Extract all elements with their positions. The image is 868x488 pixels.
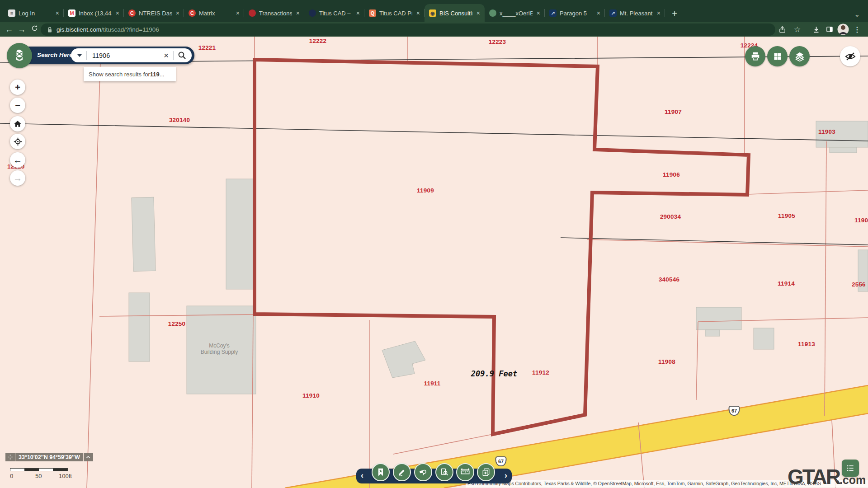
- previous-extent-button[interactable]: ←: [10, 152, 25, 168]
- menu-dots-button[interactable]: ⋮: [854, 25, 861, 34]
- tab-label: BIS Consulting W: [439, 10, 472, 17]
- toolbar-prev-button[interactable]: ‹: [361, 471, 363, 480]
- back-button[interactable]: ←: [3, 25, 15, 34]
- tabs: ≡Log In×MInbox (13,443) - ×CNTREIS Dashb…: [4, 4, 665, 22]
- building-footprints: [129, 121, 868, 394]
- crosshair-icon: [5, 453, 15, 461]
- address-bar[interactable]: gis.bisclient.com/tituscad/?find=11906: [41, 23, 775, 36]
- tab-label: x____xOerIE_jZQ: [500, 10, 533, 17]
- search-bar: Search Here: 11906 ×: [9, 47, 194, 64]
- application-window: 1222112222122231222432014011907119031222…: [0, 0, 868, 488]
- tab-strip: ≡Log In×MInbox (13,443) - ×CNTREIS Dashb…: [0, 0, 868, 22]
- locate-icon: [14, 137, 22, 146]
- tab-mt-pleasant-res[interactable]: ↗Mt. Pleasant Res×: [605, 4, 665, 22]
- parcel-label-320140: 320140: [169, 117, 190, 123]
- search-suggestion[interactable]: Show search results for 119...: [84, 67, 176, 81]
- add-page-icon: [481, 468, 491, 477]
- measurement-label: 209.9 Feet: [471, 369, 517, 378]
- url-path: /tituscad/?find=11906: [101, 26, 159, 33]
- tab-close-button[interactable]: ×: [355, 9, 361, 17]
- side-panel-button[interactable]: [826, 26, 833, 33]
- share-button[interactable]: [778, 26, 786, 33]
- tab-close-button[interactable]: ×: [175, 9, 180, 17]
- tab-label: Paragon 5: [560, 10, 593, 17]
- avatar[interactable]: [837, 23, 849, 35]
- search-input-pill: 11906 ×: [71, 48, 192, 62]
- tab-bis-consulting-w[interactable]: ◉BIS Consulting W×: [425, 4, 485, 22]
- basemap-grid-button[interactable]: [767, 46, 788, 66]
- parcel-label-290034: 290034: [660, 213, 681, 220]
- measure-button[interactable]: [456, 463, 474, 481]
- forward-button[interactable]: →: [15, 25, 28, 34]
- search-submit-button[interactable]: [174, 51, 192, 60]
- tab-close-button[interactable]: ×: [235, 9, 241, 17]
- tab-search-chevron[interactable]: ⌄: [854, 10, 860, 19]
- tab-paragon-5[interactable]: ↗Paragon 5×: [545, 4, 605, 22]
- tab-close-button[interactable]: ×: [415, 9, 421, 17]
- tab-log-in[interactable]: ≡Log In×: [4, 4, 64, 22]
- tab-inbox-13-443[interactable]: MInbox (13,443) - ×: [64, 4, 124, 22]
- tab-ntreis-dashboa[interactable]: CNTREIS Dashboa×: [124, 4, 184, 22]
- toggle-visibility-button[interactable]: [840, 46, 860, 66]
- next-extent-button[interactable]: →: [10, 170, 25, 186]
- building-label: McCoy's Building Supply: [201, 343, 238, 355]
- select-search-button[interactable]: [414, 463, 432, 481]
- tab-close-button[interactable]: ×: [55, 9, 60, 17]
- parcel-label-12223: 12223: [489, 38, 506, 45]
- tab-close-button[interactable]: ×: [295, 9, 301, 17]
- browser-toolbar: ← → gis.bisclient.com/tituscad/?find=119…: [0, 22, 868, 37]
- bis-favicon: ◉: [429, 9, 436, 17]
- bookmarks-button[interactable]: [372, 463, 390, 481]
- clear-search-button[interactable]: ×: [159, 51, 173, 61]
- tab-close-button[interactable]: ×: [596, 9, 601, 17]
- parcel-label-1190: 1190: [854, 217, 868, 224]
- tab-transactions-zip[interactable]: Transactions (zip×: [244, 4, 304, 22]
- layers-button[interactable]: [789, 46, 810, 66]
- tab-close-button[interactable]: ×: [115, 9, 120, 17]
- titus-search-favicon: Q: [369, 9, 376, 17]
- plus-icon: +: [15, 82, 20, 93]
- parcel-label-2556: 2556: [852, 281, 866, 288]
- locate-button[interactable]: [10, 134, 25, 149]
- download-icon: [812, 26, 820, 33]
- tab-matrix[interactable]: CMatrix×: [184, 4, 244, 22]
- add-content-button[interactable]: [477, 463, 495, 481]
- search-dropdown-toggle[interactable]: [77, 54, 82, 57]
- bookmark-star-button[interactable]: ☆: [794, 25, 801, 34]
- tab-titus-cad-proper[interactable]: QTitus CAD Proper×: [364, 4, 425, 22]
- reload-icon: [31, 24, 38, 32]
- bottom-toolbar: ‹ ›: [356, 469, 512, 483]
- parcel-label-11910: 11910: [302, 392, 320, 399]
- legend-button[interactable]: [842, 460, 859, 477]
- scale-bar-graphic: [10, 468, 68, 471]
- printer-icon: [750, 52, 760, 61]
- eye-off-icon: [845, 51, 856, 62]
- bis-logo-icon[interactable]: [7, 43, 32, 68]
- gmail-favicon: M: [68, 9, 75, 17]
- toolbar-next-button[interactable]: ›: [505, 471, 507, 480]
- print-button[interactable]: [745, 46, 765, 66]
- home-button[interactable]: [10, 116, 25, 131]
- home-icon: [14, 120, 22, 128]
- parcel-label-340546: 340546: [659, 276, 679, 283]
- reload-button[interactable]: [28, 24, 41, 34]
- zoom-out-button[interactable]: −: [10, 98, 25, 113]
- tab-close-button[interactable]: ×: [476, 9, 481, 17]
- flag-search-icon: [419, 468, 428, 477]
- new-tab-button[interactable]: +: [668, 7, 681, 20]
- tab-x-xoerie-jzq[interactable]: x____xOerIE_jZQ×: [485, 4, 545, 22]
- layers-icon: [795, 52, 805, 61]
- coordinate-collapse-button[interactable]: [84, 453, 93, 461]
- download-button[interactable]: [812, 26, 820, 33]
- zoom-in-button[interactable]: +: [10, 80, 25, 95]
- draw-button[interactable]: [393, 463, 411, 481]
- tab-titus-cad-offic[interactable]: Titus CAD – Offic×: [304, 4, 364, 22]
- scale-label-50: 50: [35, 473, 42, 479]
- tab-close-button[interactable]: ×: [656, 9, 661, 17]
- search-input[interactable]: 11906: [87, 52, 159, 59]
- identify-button[interactable]: [435, 463, 453, 481]
- tab-label: Transactions (zip: [259, 10, 292, 17]
- search-label: Search Here:: [37, 52, 75, 58]
- tab-label: Log In: [19, 10, 52, 17]
- tab-close-button[interactable]: ×: [536, 9, 541, 17]
